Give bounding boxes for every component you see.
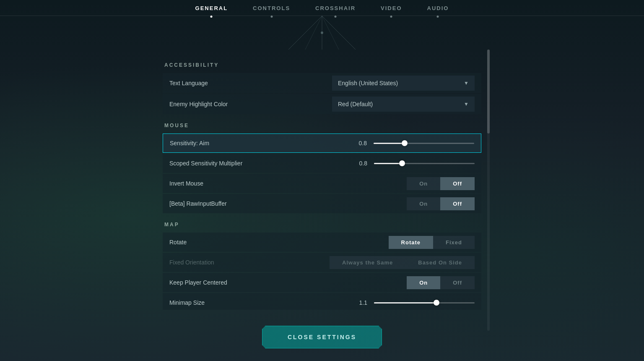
settings-panel[interactable]: ACCESSIBILITY Text Language English (Uni… — [163, 50, 481, 310]
enemy-highlight-label: Enemy Highlight Color — [169, 101, 332, 107]
svg-line-4 — [322, 16, 339, 50]
panel-wrapper: ACCESSIBILITY Text Language English (Uni… — [163, 50, 481, 331]
svg-point-5 — [321, 31, 323, 34]
sensitivity-aim-value: 0.8 — [346, 140, 367, 146]
keep-player-centered-toggle: On Off — [407, 276, 475, 289]
minimap-size-value: 1.1 — [346, 299, 367, 306]
invert-mouse-row: Invert Mouse On Off — [163, 174, 481, 193]
raw-input-label: [Beta] RawInputBuffer — [169, 200, 407, 207]
raw-input-off-btn[interactable]: Off — [440, 197, 475, 210]
scoped-sensitivity-row: Scoped Sensitivity Multiplier 0.8 — [163, 154, 481, 173]
slider-thumb[interactable] — [399, 160, 405, 166]
tab-general[interactable]: GENERAL — [195, 5, 228, 16]
rotate-rotate-btn[interactable]: Rotate — [389, 236, 433, 249]
fixed-orientation-label: Fixed Orientation — [169, 259, 330, 266]
fixed-orientation-side-btn[interactable]: Based On Side — [405, 256, 475, 269]
slider-thumb[interactable] — [402, 140, 408, 146]
enemy-highlight-row: Enemy Highlight Color Red (Default) ▼ — [163, 94, 481, 114]
tab-crosshair[interactable]: CROSSHAIR — [315, 5, 356, 16]
text-language-label: Text Language — [169, 80, 332, 86]
main-content: ACCESSIBILITY Text Language English (Uni… — [0, 50, 644, 331]
minimap-size-slider[interactable] — [374, 302, 475, 303]
dropdown-arrow-icon: ▼ — [464, 80, 469, 86]
scoped-sensitivity-label: Scoped Sensitivity Multiplier — [169, 160, 346, 167]
fixed-orientation-always-btn[interactable]: Always the Same — [330, 256, 405, 269]
rotate-row: Rotate Rotate Fixed — [163, 233, 481, 252]
slider-thumb[interactable] — [434, 300, 439, 306]
sensitivity-aim-label: Sensitivity: Aim — [170, 140, 346, 146]
scoped-sensitivity-slider[interactable] — [374, 162, 475, 164]
svg-line-0 — [288, 16, 322, 50]
sensitivity-aim-slider[interactable] — [374, 142, 474, 144]
invert-mouse-off-btn[interactable]: Off — [440, 177, 475, 190]
svg-line-2 — [322, 16, 356, 50]
keep-player-off-btn[interactable]: Off — [440, 276, 475, 289]
enemy-highlight-dropdown[interactable]: Red (Default) ▼ — [332, 97, 475, 112]
keep-player-centered-row: Keep Player Centered On Off — [163, 273, 481, 292]
rotate-fixed-btn[interactable]: Fixed — [433, 236, 475, 249]
svg-line-3 — [305, 16, 322, 50]
text-language-row: Text Language English (United States) ▼ — [163, 73, 481, 93]
fixed-orientation-row: Fixed Orientation Always the Same Based … — [163, 253, 481, 272]
minimap-size-label: Minimap Size — [169, 299, 346, 306]
text-language-dropdown[interactable]: English (United States) ▼ — [332, 76, 475, 91]
slider-track — [374, 163, 475, 164]
scrollbar-track[interactable] — [487, 50, 490, 331]
accessibility-header: ACCESSIBILITY — [163, 62, 481, 68]
tab-video[interactable]: VIDEO — [381, 5, 402, 16]
close-settings-button[interactable]: CLOSE SETTINGS — [262, 326, 382, 348]
fixed-orientation-toggle: Always the Same Based On Side — [330, 256, 475, 269]
dropdown-arrow-icon: ▼ — [464, 101, 469, 107]
mouse-header: MOUSE — [163, 123, 481, 128]
sensitivity-aim-row: Sensitivity: Aim 0.8 — [163, 133, 481, 153]
scoped-sensitivity-value: 0.8 — [346, 160, 367, 167]
slider-track — [374, 143, 474, 144]
slider-fill — [374, 163, 402, 164]
raw-input-row: [Beta] RawInputBuffer On Off — [163, 194, 481, 213]
nav-decorative-lines — [0, 16, 644, 50]
scrollbar-thumb[interactable] — [487, 50, 490, 133]
nav-bar: GENERAL CONTROLS CROSSHAIR VIDEO AUDIO — [0, 0, 644, 16]
keep-player-on-btn[interactable]: On — [407, 276, 440, 289]
map-header: MAP — [163, 222, 481, 228]
keep-player-centered-label: Keep Player Centered — [169, 279, 407, 286]
rotate-toggle: Rotate Fixed — [389, 236, 475, 249]
tab-audio[interactable]: AUDIO — [427, 5, 449, 16]
raw-input-on-btn[interactable]: On — [407, 197, 440, 210]
rotate-label: Rotate — [169, 239, 389, 246]
slider-track — [374, 302, 475, 303]
tab-controls[interactable]: CONTROLS — [253, 5, 290, 16]
slider-fill — [374, 302, 436, 303]
invert-mouse-on-btn[interactable]: On — [407, 177, 440, 190]
raw-input-toggle: On Off — [407, 197, 475, 210]
invert-mouse-toggle: On Off — [407, 177, 475, 190]
minimap-size-row: Minimap Size 1.1 — [163, 293, 481, 310]
invert-mouse-label: Invert Mouse — [169, 180, 407, 187]
slider-fill — [374, 143, 405, 144]
